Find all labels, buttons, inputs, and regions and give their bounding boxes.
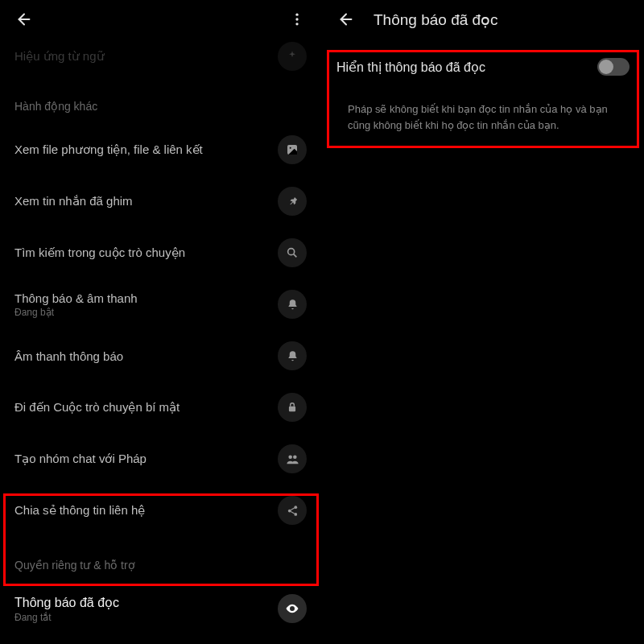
svg-point-10 bbox=[293, 455, 297, 459]
row-read-receipts[interactable]: Thông báo đã đọc Đang tắt bbox=[0, 583, 321, 634]
svg-point-13 bbox=[294, 513, 297, 516]
eye-icon bbox=[285, 601, 299, 616]
topbar-right: Thông báo đã đọc bbox=[322, 0, 644, 39]
svg-rect-8 bbox=[289, 407, 295, 411]
search-icon bbox=[286, 246, 299, 259]
row-label: Âm thanh thông báo bbox=[14, 349, 123, 363]
svg-line-14 bbox=[291, 508, 294, 510]
group-icon bbox=[286, 452, 299, 466]
section-header-privacy: Quyền riêng tư & hỗ trợ bbox=[0, 536, 321, 583]
svg-point-9 bbox=[288, 455, 292, 459]
row-label: Tìm kiếm trong cuộc trò chuyện bbox=[14, 246, 185, 260]
image-icon bbox=[286, 143, 299, 156]
icon-circle bbox=[278, 135, 307, 164]
icon-circle bbox=[278, 594, 307, 623]
icon-circle bbox=[278, 444, 307, 473]
bell-icon bbox=[287, 350, 299, 362]
row-share-contact[interactable]: Chia sẻ thông tin liên hệ bbox=[0, 485, 321, 536]
pin-icon bbox=[287, 196, 299, 208]
toggle-label: Hiển thị thông báo đã đọc bbox=[336, 60, 485, 75]
more-vertical-icon bbox=[289, 11, 305, 27]
row-create-group[interactable]: Tạo nhóm chat với Pháp bbox=[0, 433, 321, 485]
page-title: Thông báo đã đọc bbox=[374, 10, 498, 29]
bell-icon bbox=[287, 299, 299, 311]
row-sublabel: Đang bật bbox=[14, 307, 138, 318]
overflow-menu-button[interactable] bbox=[283, 5, 312, 34]
row-label: Chia sẻ thông tin liên hệ bbox=[14, 503, 145, 518]
icon-circle bbox=[278, 187, 307, 216]
svg-point-16 bbox=[291, 608, 294, 610]
row-label: Tạo nhóm chat với Pháp bbox=[14, 452, 147, 466]
topbar-left bbox=[0, 0, 321, 39]
share-icon bbox=[287, 505, 299, 517]
arrow-left-icon bbox=[337, 10, 355, 28]
lock-icon bbox=[287, 402, 298, 413]
icon-circle bbox=[278, 290, 307, 319]
word-effects-icon-circle bbox=[278, 42, 307, 71]
row-secret-conversation[interactable]: Đi đến Cuộc trò chuyện bí mật bbox=[0, 382, 321, 433]
icon-circle bbox=[278, 341, 307, 370]
row-label: Thông báo & âm thanh bbox=[14, 291, 138, 305]
arrow-left-icon bbox=[15, 10, 33, 28]
setting-description: Pháp sẽ không biết khi bạn đọc tin nhắn … bbox=[322, 85, 644, 139]
row-label: Thông báo đã đọc bbox=[14, 595, 119, 610]
row-label: Đi đến Cuộc trò chuyện bí mật bbox=[14, 400, 180, 415]
svg-point-12 bbox=[287, 509, 291, 512]
icon-circle bbox=[278, 238, 307, 267]
svg-point-2 bbox=[295, 18, 298, 20]
row-label: Xem tin nhắn đã ghim bbox=[14, 194, 133, 208]
svg-point-3 bbox=[295, 23, 298, 25]
back-button[interactable] bbox=[332, 5, 361, 34]
row-label: Hiệu ứng từ ngữ bbox=[14, 49, 105, 64]
row-show-read-receipts[interactable]: Hiển thị thông báo đã đọc bbox=[322, 39, 644, 85]
row-restrict[interactable]: Hạn chế bbox=[0, 634, 321, 644]
svg-point-11 bbox=[294, 506, 297, 509]
svg-point-6 bbox=[288, 249, 295, 255]
row-sublabel: Đang tắt bbox=[14, 612, 119, 623]
row-media-files-links[interactable]: Xem file phương tiện, file & liên kết bbox=[0, 124, 321, 175]
settings-pane: Hiệu ứng từ ngữ Hành động khác Xem file … bbox=[0, 0, 322, 644]
svg-line-15 bbox=[291, 511, 294, 514]
icon-circle bbox=[278, 393, 307, 422]
toggle-knob bbox=[599, 60, 613, 74]
svg-line-7 bbox=[294, 254, 297, 258]
read-receipts-pane: Thông báo đã đọc Hiển thị thông báo đã đ… bbox=[322, 0, 644, 644]
svg-point-5 bbox=[290, 147, 291, 149]
read-receipts-toggle[interactable] bbox=[597, 58, 630, 76]
row-word-effects[interactable]: Hiệu ứng từ ngữ bbox=[0, 39, 321, 77]
back-button[interactable] bbox=[10, 5, 39, 34]
section-header-actions: Hành động khác bbox=[0, 77, 321, 124]
icon-circle bbox=[278, 496, 307, 525]
svg-point-1 bbox=[295, 14, 298, 16]
row-label: Xem file phương tiện, file & liên kết bbox=[14, 142, 203, 157]
row-search-conversation[interactable]: Tìm kiếm trong cuộc trò chuyện bbox=[0, 227, 321, 279]
row-pinned-messages[interactable]: Xem tin nhắn đã ghim bbox=[0, 175, 321, 227]
sparkle-icon bbox=[286, 50, 299, 63]
row-notifications-sounds[interactable]: Thông báo & âm thanh Đang bật bbox=[0, 279, 321, 330]
row-notification-sound[interactable]: Âm thanh thông báo bbox=[0, 330, 321, 382]
